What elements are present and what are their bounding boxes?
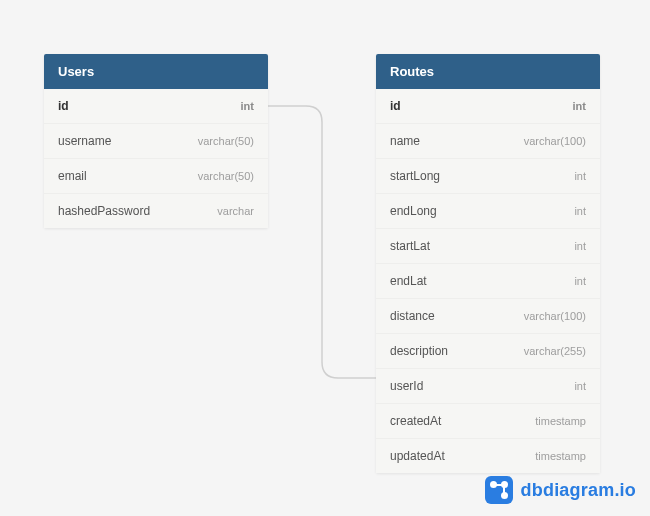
column-row[interactable]: endLatint xyxy=(376,264,600,299)
column-row[interactable]: distancevarchar(100) xyxy=(376,299,600,334)
table-title: Routes xyxy=(390,64,434,79)
column-name: hashedPassword xyxy=(58,204,150,218)
column-type: varchar(100) xyxy=(524,135,586,147)
column-type: int xyxy=(241,100,254,112)
column-row[interactable]: createdAttimestamp xyxy=(376,404,600,439)
table-routes[interactable]: Routes idintnamevarchar(100)startLongint… xyxy=(376,54,600,473)
column-row[interactable]: namevarchar(100) xyxy=(376,124,600,159)
column-type: varchar xyxy=(217,205,254,217)
column-name: startLat xyxy=(390,239,430,253)
column-type: varchar(255) xyxy=(524,345,586,357)
column-type: timestamp xyxy=(535,450,586,462)
column-row[interactable]: descriptionvarchar(255) xyxy=(376,334,600,369)
column-type: varchar(100) xyxy=(524,310,586,322)
column-row[interactable]: usernamevarchar(50) xyxy=(44,124,268,159)
column-type: int xyxy=(574,275,586,287)
column-type: varchar(50) xyxy=(198,170,254,182)
watermark[interactable]: dbdiagram.io xyxy=(485,476,636,504)
column-name: startLong xyxy=(390,169,440,183)
table-header[interactable]: Routes xyxy=(376,54,600,89)
table-header[interactable]: Users xyxy=(44,54,268,89)
column-row[interactable]: idint xyxy=(376,89,600,124)
column-row[interactable]: startLatint xyxy=(376,229,600,264)
column-name: userId xyxy=(390,379,423,393)
column-row[interactable]: startLongint xyxy=(376,159,600,194)
column-name: id xyxy=(390,99,401,113)
column-row[interactable]: userIdint xyxy=(376,369,600,404)
column-name: name xyxy=(390,134,420,148)
column-row[interactable]: updatedAttimestamp xyxy=(376,439,600,473)
diagram-canvas[interactable]: Users idintusernamevarchar(50)emailvarch… xyxy=(0,0,650,516)
column-name: id xyxy=(58,99,69,113)
dbdiagram-logo-icon xyxy=(485,476,513,504)
column-type: int xyxy=(574,240,586,252)
column-row[interactable]: emailvarchar(50) xyxy=(44,159,268,194)
column-type: int xyxy=(574,170,586,182)
table-title: Users xyxy=(58,64,94,79)
column-row[interactable]: hashedPasswordvarchar xyxy=(44,194,268,228)
column-type: timestamp xyxy=(535,415,586,427)
column-name: updatedAt xyxy=(390,449,445,463)
column-row[interactable]: idint xyxy=(44,89,268,124)
column-type: int xyxy=(573,100,586,112)
watermark-text: dbdiagram.io xyxy=(521,480,636,501)
column-row[interactable]: endLongint xyxy=(376,194,600,229)
column-name: createdAt xyxy=(390,414,441,428)
column-type: int xyxy=(574,205,586,217)
column-name: endLat xyxy=(390,274,427,288)
column-name: distance xyxy=(390,309,435,323)
column-type: int xyxy=(574,380,586,392)
column-name: username xyxy=(58,134,111,148)
column-name: endLong xyxy=(390,204,437,218)
table-users[interactable]: Users idintusernamevarchar(50)emailvarch… xyxy=(44,54,268,228)
column-name: email xyxy=(58,169,87,183)
column-name: description xyxy=(390,344,448,358)
column-type: varchar(50) xyxy=(198,135,254,147)
